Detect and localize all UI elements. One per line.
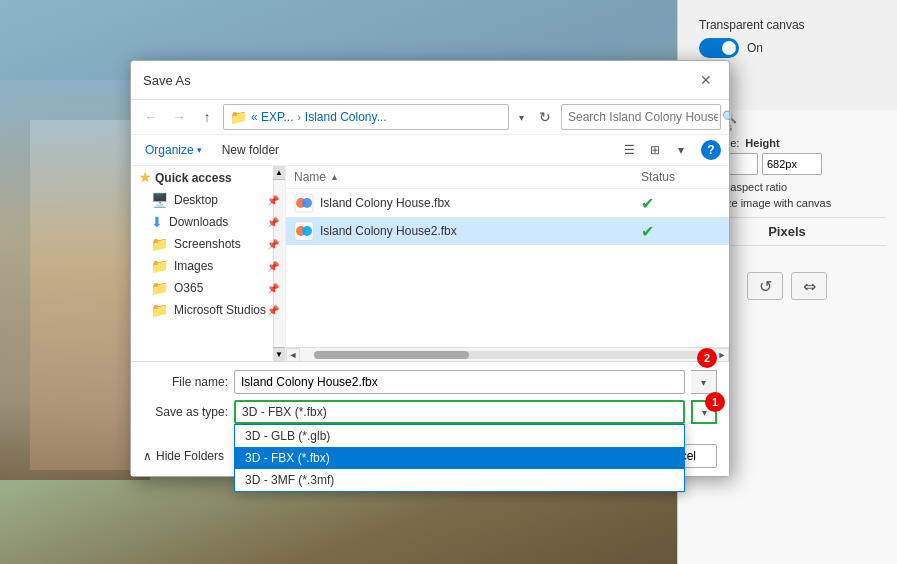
toolbar: Organize ▾ New folder ☰ ⊞ ▾ ?	[131, 135, 729, 166]
desktop-pin-icon: 📌	[267, 195, 279, 206]
filename-label: File name:	[143, 375, 228, 389]
saveas-row: Save as type: 3D - FBX (*.fbx) 3D - GLB …	[143, 400, 717, 424]
file-name-2: Island Colony House2.fbx	[320, 224, 641, 238]
organize-label: Organize	[145, 143, 194, 157]
saveas-select[interactable]: 3D - FBX (*.fbx)	[234, 400, 685, 424]
list-view-button[interactable]: ☰	[617, 139, 641, 161]
images-icon: 📁	[151, 258, 168, 274]
saveas-badge: 1	[705, 392, 725, 412]
quick-access-header: ★ Quick access	[131, 166, 285, 189]
ms-pin-icon: 📌	[267, 305, 279, 316]
dialog-main: ▲ ▼ ★ Quick access 🖥️ Desktop 📌 ⬇ Downlo…	[131, 166, 729, 361]
view-dropdown-button[interactable]: ▾	[669, 139, 693, 161]
grid-view-button[interactable]: ⊞	[643, 139, 667, 161]
dropdown-item-3mf[interactable]: 3D - 3MF (*.3mf)	[235, 469, 684, 491]
nav-scroll-down-button[interactable]: ▼	[273, 347, 285, 361]
help-button[interactable]: ?	[701, 140, 721, 160]
nav-item-o365[interactable]: 📁 O365 📌	[131, 277, 285, 299]
view-buttons: ☰ ⊞ ▾	[617, 139, 693, 161]
col-status-header: Status	[641, 170, 721, 184]
file-status-1: ✔	[641, 194, 721, 213]
o365-icon: 📁	[151, 280, 168, 296]
nav-item-desktop-label: Desktop	[174, 193, 218, 207]
nav-item-desktop[interactable]: 🖥️ Desktop 📌	[131, 189, 285, 211]
scroll-right-button[interactable]: ►	[715, 348, 729, 362]
file-list-scrollbar[interactable]: ◄ ►	[286, 347, 729, 361]
transparent-canvas-section: Transparent canvas On	[687, 10, 887, 66]
nav-item-screenshots[interactable]: 📁 Screenshots 📌	[131, 233, 285, 255]
new-folder-button[interactable]: New folder	[216, 141, 285, 159]
file-icon-2	[294, 221, 314, 241]
check-icon-1: ✔	[641, 195, 654, 212]
quick-access-label: Quick access	[155, 171, 232, 185]
hide-folders-button[interactable]: ∧ Hide Folders	[143, 449, 224, 463]
filename-row: File name: ▾	[143, 370, 717, 394]
search-input[interactable]	[568, 110, 718, 124]
screenshots-pin-icon: 📌	[267, 239, 279, 250]
file-row-2[interactable]: Island Colony House2.fbx ✔	[286, 217, 729, 245]
dialog-close-button[interactable]: ✕	[695, 69, 717, 91]
file-list-pane: Name ▲ Status Island Colony House.fbx ✔	[286, 166, 729, 361]
nav-item-images[interactable]: 📁 Images 📌	[131, 255, 285, 277]
organize-arrow-icon: ▾	[197, 145, 202, 155]
o365-pin-icon: 📌	[267, 283, 279, 294]
scroll-left-button[interactable]: ◄	[286, 348, 300, 362]
refresh-button[interactable]: ↻	[533, 105, 557, 129]
organize-button[interactable]: Organize ▾	[139, 141, 208, 159]
svg-point-5	[302, 226, 312, 236]
nav-path-separator: ›	[297, 112, 300, 123]
filename-input[interactable]	[234, 370, 685, 394]
nav-item-ms-label: Microsoft Studios	[174, 303, 266, 317]
dropdown-item-fbx-label: 3D - FBX (*.fbx)	[245, 451, 330, 465]
downloads-icon: ⬇	[151, 214, 163, 230]
col-name-label: Name	[294, 170, 326, 184]
file-icon-1	[294, 193, 314, 213]
nav-scroll-up-button[interactable]: ▲	[273, 166, 285, 180]
check-icon-2: ✔	[641, 223, 654, 240]
saveas-selected-value: 3D - FBX (*.fbx)	[242, 405, 677, 419]
dialog-bottom-form: File name: ▾ Save as type: 3D - FBX (*.f…	[131, 361, 729, 438]
dialog-title: Save As	[143, 73, 191, 88]
col-name-header[interactable]: Name ▲	[294, 170, 641, 184]
desktop-icon: 🖥️	[151, 192, 168, 208]
nav-item-microsoft-studios[interactable]: 📁 Microsoft Studios 📌	[131, 299, 285, 321]
nav-path-dropdown-button[interactable]: ▾	[513, 105, 529, 129]
scrollbar-thumb[interactable]	[314, 351, 469, 359]
dropdown-badge-area: 2	[697, 348, 717, 368]
forward-button[interactable]: →	[167, 105, 191, 129]
nav-path-prefix: « EXP...	[251, 110, 293, 124]
saveas-label: Save as type:	[143, 405, 228, 419]
file-name-1: Island Colony House.fbx	[320, 196, 641, 210]
transparent-canvas-toggle[interactable]	[699, 38, 739, 58]
saveas-badge-area: ▾ 1	[691, 400, 717, 424]
file-status-2: ✔	[641, 222, 721, 241]
images-pin-icon: 📌	[267, 261, 279, 272]
nav-item-downloads-label: Downloads	[169, 215, 228, 229]
saveas-wrapper: 3D - FBX (*.fbx) 3D - GLB (*.glb) 3D - F…	[234, 400, 685, 424]
dialog-titlebar: Save As ✕	[131, 61, 729, 100]
folder-icon: 📁	[230, 109, 247, 125]
height-input[interactable]: 682px	[762, 153, 822, 175]
transparent-canvas-label: Transparent canvas	[699, 18, 875, 32]
saveas-dropdown: 3D - GLB (*.glb) 3D - FBX (*.fbx) 3D - 3…	[234, 424, 685, 492]
rotate-left-button[interactable]: ↺	[747, 272, 783, 300]
save-as-dialog: Save As ✕ ← → ↑ 📁 « EXP... › Island Colo…	[130, 60, 730, 477]
dropdown-item-glb[interactable]: 3D - GLB (*.glb)	[235, 425, 684, 447]
flip-button[interactable]: ⇔	[791, 272, 827, 300]
search-icon: 🔍	[722, 110, 737, 124]
hide-folders-label: Hide Folders	[156, 449, 224, 463]
up-button[interactable]: ↑	[195, 105, 219, 129]
dropdown-item-fbx[interactable]: 3D - FBX (*.fbx)	[235, 447, 684, 469]
nav-path[interactable]: 📁 « EXP... › Island Colony...	[223, 104, 509, 130]
back-button[interactable]: ←	[139, 105, 163, 129]
file-row-1[interactable]: Island Colony House.fbx ✔	[286, 189, 729, 217]
nav-search: 🔍	[561, 104, 721, 130]
file-list-header: Name ▲ Status	[286, 166, 729, 189]
scrollbar-track	[314, 351, 701, 359]
filename-dropdown-button[interactable]: ▾	[691, 370, 717, 394]
quick-access-icon: ★	[139, 170, 151, 185]
nav-item-downloads[interactable]: ⬇ Downloads 📌	[131, 211, 285, 233]
toggle-on-label: On	[747, 41, 763, 55]
dropdown-badge: 2	[697, 348, 717, 368]
nav-pane: ▲ ▼ ★ Quick access 🖥️ Desktop 📌 ⬇ Downlo…	[131, 166, 286, 361]
